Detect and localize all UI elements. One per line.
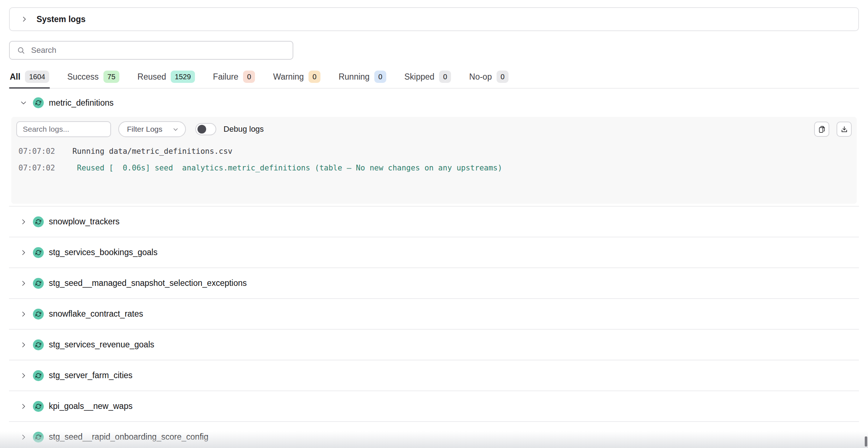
tab-reused-count-badge: 1529 (171, 71, 195, 83)
search-bar (9, 41, 293, 60)
tab-warning-count-badge: 0 (309, 71, 320, 83)
run-results-page: System logs All 1604 Success 75 Reused 1… (0, 0, 868, 448)
log-group-row-snowplow-trackers[interactable]: snowplow_trackers (9, 206, 859, 237)
tab-skipped[interactable]: Skipped 0 (404, 71, 452, 88)
reused-sync-icon (33, 432, 44, 443)
system-logs-header[interactable]: System logs (9, 7, 859, 31)
log-group-list: snowplow_trackers stg_services_bookings_… (9, 206, 859, 448)
system-logs-title: System logs (37, 14, 86, 24)
reused-sync-icon (33, 401, 44, 412)
tab-all[interactable]: All 1604 (9, 71, 50, 88)
group-header-metric-definitions[interactable]: metric_definitions (9, 89, 859, 117)
log-group-row-kpi-goals-new-waps[interactable]: kpi_goals__new_waps (9, 390, 859, 421)
log-group-expanded: metric_definitions Filter Logs Debug log… (9, 89, 859, 204)
log-controls: Filter Logs Debug logs (16, 121, 852, 137)
tab-skipped-count-badge: 0 (439, 71, 451, 83)
log-line: 07:07:02 Running data/metric_definitions… (18, 143, 852, 160)
tab-failure-count-badge: 0 (243, 71, 255, 83)
group-name: metric_definitions (49, 98, 114, 108)
reused-sync-icon (33, 278, 44, 289)
log-group-row-snowflake-contract-rates[interactable]: snowflake_contract_rates (9, 298, 859, 329)
chevron-right-icon (20, 249, 27, 256)
chevron-right-icon (21, 16, 28, 23)
reused-sync-icon (33, 370, 44, 381)
download-logs-button[interactable] (837, 122, 852, 137)
log-group-row-stg-seed-managed-snapshot-selection-exceptions[interactable]: stg_seed__managed_snapshot_selection_exc… (9, 267, 859, 298)
chevron-right-icon (20, 434, 27, 441)
tab-failure[interactable]: Failure 0 (212, 71, 256, 88)
status-tabs: All 1604 Success 75 Reused 1529 Failure … (9, 71, 859, 89)
log-group-row-stg-services-revenue-goals[interactable]: stg_services_revenue_goals (9, 329, 859, 360)
log-message: Running data/metric_definitions.csv (72, 147, 233, 156)
reused-sync-icon (33, 339, 44, 350)
reused-sync-icon (33, 97, 44, 108)
log-line: 07:07:02 Reused [ 0.06s] seed analytics.… (18, 160, 852, 176)
chevron-right-icon (20, 310, 27, 318)
log-group-row-stg-server-farm-cities[interactable]: stg_server_farm_cities (9, 360, 859, 390)
tab-warning[interactable]: Warning 0 (272, 71, 321, 88)
tab-success[interactable]: Success 75 (67, 71, 120, 88)
tab-success-count-badge: 75 (103, 71, 119, 83)
chevron-down-icon (20, 99, 27, 106)
reused-sync-icon (33, 216, 44, 227)
tab-reused[interactable]: Reused 1529 (137, 71, 196, 88)
search-icon (17, 46, 25, 54)
log-timestamp: 07:07:02 (18, 147, 55, 156)
chevron-right-icon (20, 372, 27, 379)
toggle-knob (197, 125, 206, 134)
copy-icon (818, 126, 826, 133)
tab-no-op[interactable]: No-op 0 (468, 71, 509, 88)
chevron-right-icon (20, 280, 27, 287)
search-logs-input[interactable] (16, 121, 111, 137)
search-input[interactable] (30, 45, 285, 55)
debug-logs-toggle[interactable] (195, 123, 216, 135)
log-panel: Filter Logs Debug logs 07:07:02 (11, 117, 857, 204)
log-message: Reused [ 0.06s] seed analytics.metric_de… (72, 164, 502, 172)
chevron-right-icon (20, 341, 27, 348)
chevron-down-icon (173, 126, 179, 132)
tab-no-op-count-badge: 0 (497, 71, 509, 83)
scrollbar-thumb[interactable] (865, 436, 867, 447)
tab-running[interactable]: Running 0 (338, 71, 387, 88)
chevron-right-icon (20, 403, 27, 410)
tab-all-count-badge: 1604 (25, 71, 49, 83)
log-group-row-stg-services-bookings-goals[interactable]: stg_services_bookings_goals (9, 237, 859, 267)
filter-logs-label: Filter Logs (127, 125, 162, 134)
copy-logs-button[interactable] (814, 122, 829, 137)
reused-sync-icon (33, 247, 44, 258)
filter-logs-select[interactable]: Filter Logs (118, 121, 186, 137)
reused-sync-icon (33, 309, 44, 320)
log-timestamp: 07:07:02 (18, 164, 55, 172)
log-lines: 07:07:02 Running data/metric_definitions… (16, 143, 852, 176)
log-group-row-stg-seed-rapid-onboarding-score-config[interactable]: stg_seed__rapid_onboarding_score_config (9, 421, 859, 448)
debug-logs-label: Debug logs (224, 124, 264, 134)
tab-running-count-badge: 0 (374, 71, 386, 83)
chevron-right-icon (20, 218, 27, 225)
download-icon (841, 126, 848, 133)
